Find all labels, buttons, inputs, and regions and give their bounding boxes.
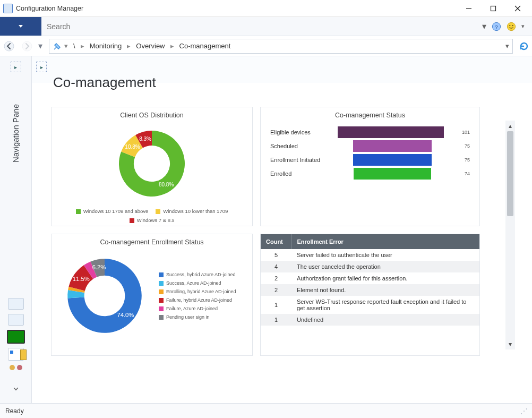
funnel-category: Eligible devices [270,129,323,135]
funnel-bar [354,168,432,180]
funnel-value: 101 [462,130,470,135]
svg-rect-1 [491,6,496,11]
funnel-bar [353,140,432,152]
svg-text:80.8%: 80.8% [159,182,174,187]
funnel-chart: Eligible devices101Scheduled75Enrollment… [261,121,479,181]
cell-error: Server failed to authenticate the user [291,249,479,261]
cell-count: 2 [261,272,291,284]
funnel-row: Enrolled74 [270,167,470,181]
legend-os: Windows 10 1709 and aboveWindows 10 lowe… [52,206,252,225]
errors-table: Count Enrollment Error 5Server failed to… [261,234,479,326]
cell-error: Authorization grant failed for this asse… [291,272,479,284]
cell-error: The user canceled the operation [291,261,479,272]
svg-point-9 [4,41,14,51]
svg-text:10.8%: 10.8% [125,144,140,150]
scroll-up-icon[interactable]: ▴ [505,121,515,131]
table-row[interactable]: 2Authorization grant failed for this ass… [261,272,479,284]
funnel-category: Scheduled [270,143,323,149]
panel-enroll: Co-management Enrollment Status 74.0%11.… [51,234,253,356]
funnel-value: 75 [465,157,470,163]
svg-text:?: ? [495,23,498,29]
help-icon[interactable]: ? [492,22,501,31]
legend-item: Failure, Azure AD-joined [159,306,218,311]
donut-chart-enroll: 74.0%11.5%6.2% [57,248,152,344]
search-dropdown-icon[interactable]: ▾ [482,21,486,31]
workspace-admin-icon[interactable] [8,365,23,377]
panel-errors: Count Enrollment Error 5Server failed to… [260,234,480,356]
chevron-down-icon[interactable] [12,385,20,393]
table-row[interactable]: 4The user canceled the operation [261,261,479,272]
panel-title: Co-management Status [261,107,479,121]
chevron-right-icon: ▸ [170,42,174,50]
app-icon [3,4,13,13]
titlebar: Configuration Manager [0,0,532,17]
col-error[interactable]: Enrollment Error [291,234,479,249]
chevron-right-icon: ▸ [81,42,84,50]
col-count[interactable]: Count [261,234,291,249]
funnel-row: Eligible devices101 [270,125,470,139]
svg-text:11.5%: 11.5% [73,276,90,282]
expand-nav-icon[interactable]: ▸ [11,62,21,72]
table-row[interactable]: 1Undefined [261,314,479,326]
legend-item: Success, hybrid Azure AD-joined [159,272,236,277]
breadcrumb[interactable]: ▾ \ ▸ Monitoring ▸ Overview ▸ Co-managem… [49,39,513,54]
funnel-category: Enrolled [270,170,323,177]
cell-count: 4 [261,261,291,272]
cell-error: Element not found. [291,284,479,296]
svg-point-10 [22,41,32,51]
statusbar: Ready ⋰ [0,403,532,418]
expand-ribbon-icon[interactable]: ▸ [36,62,47,72]
navigation-pane-label: Navigation Pane [11,104,20,163]
scrollbar-vertical[interactable]: ▴ ▾ [505,121,515,349]
legend-item: Windows 10 1709 and above [76,208,149,214]
table-row[interactable]: 5Server failed to authenticate the user [261,249,479,261]
breadcrumb-item-overview[interactable]: Overview [133,42,168,50]
workspace-library-icon[interactable] [8,314,24,326]
breadcrumb-item-comanagement[interactable]: Co-management [176,42,234,50]
forward-button[interactable] [18,37,36,55]
breadcrumb-item-monitoring[interactable]: Monitoring [87,42,125,50]
table-row[interactable]: 1Server WS-Trust response reported fault… [261,296,479,314]
feedback-smiley-icon[interactable] [507,22,516,31]
workspace-monitoring-icon[interactable] [7,330,25,344]
legend-enroll: Success, hybrid Azure AD-joinedSuccess, … [156,270,239,322]
donut-chart-os: 80.8%10.8%8.3% [101,121,202,206]
search-input[interactable] [47,22,475,31]
maximize-button[interactable] [481,1,505,16]
legend-item: Windows 7 & 8.x [130,217,175,223]
dashboard: Client OS Distribution 80.8%10.8%8.3% Wi… [51,107,504,356]
svg-text:74.0%: 74.0% [117,312,134,318]
cell-count: 2 [261,284,291,296]
app-menu-dropdown[interactable] [0,17,41,36]
svg-text:6.2%: 6.2% [92,264,106,270]
breadcrumb-root[interactable]: \ [70,42,79,50]
scroll-thumb[interactable] [507,131,513,216]
workspace-assets-icon[interactable] [8,298,24,310]
page-title: Co-management [53,74,517,91]
breadcrumb-dropdown-icon[interactable]: ▾ [64,42,68,50]
breadcrumb-drop-icon[interactable]: ▾ [505,42,509,50]
breadcrumb-row: ▾ ▾ \ ▸ Monitoring ▸ Overview ▸ Co-manag… [0,36,532,56]
resize-grip-icon[interactable]: ⋰ [520,407,527,415]
back-button[interactable] [0,37,18,55]
legend-item: Pending user sign in [159,314,210,320]
funnel-row: Scheduled75 [270,139,470,153]
workspace-switcher [7,298,25,403]
legend-item: Enrolling, hybrid Azure AD-joined [159,289,236,294]
table-row[interactable]: 2Element not found. [261,284,479,296]
svg-text:8.3%: 8.3% [139,136,151,142]
workspace-compliance-icon[interactable] [8,348,24,361]
svg-point-8 [512,25,513,26]
navigation-pane: ▸ Navigation Pane [0,56,32,403]
svg-point-7 [509,25,510,26]
history-dropdown-icon[interactable]: ▾ [36,41,45,51]
refresh-button[interactable] [516,41,532,52]
pin-icon[interactable] [53,41,62,51]
panel-title: Client OS Distribution [52,107,252,121]
legend-item: Failure, hybrid Azure AD-joined [159,297,232,303]
minimize-button[interactable] [457,1,481,16]
chevron-right-icon: ▸ [127,42,131,50]
feedback-dropdown-icon[interactable]: ▾ [521,23,525,30]
close-button[interactable] [505,1,530,16]
scroll-down-icon[interactable]: ▾ [505,339,515,349]
